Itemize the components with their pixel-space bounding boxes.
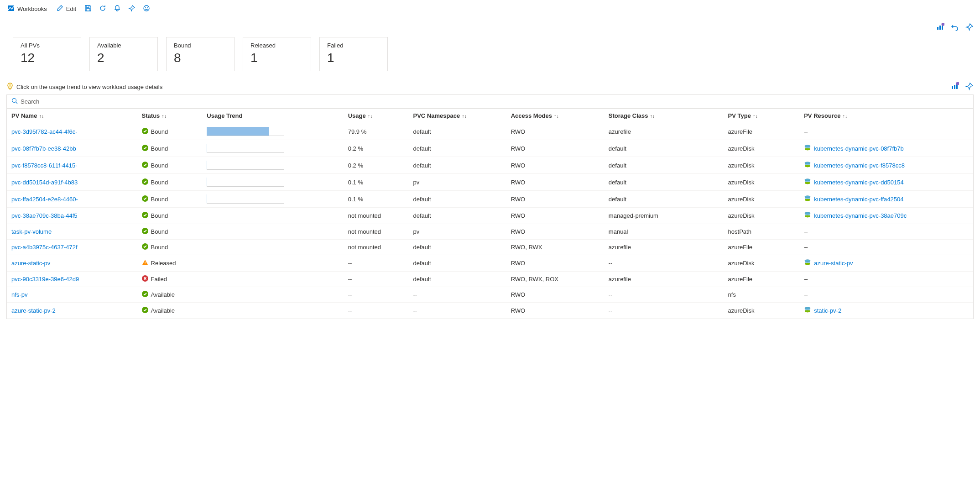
usage-value: -- [344, 287, 409, 303]
pv-resource-link[interactable]: static-pv-2 [814, 307, 841, 314]
pv-resource-link[interactable]: kubernetes-dynamic-pvc-08f7fb7b [814, 145, 904, 152]
usage-value: -- [344, 272, 409, 287]
pv-resource-link[interactable]: azure-static-pv [814, 260, 853, 267]
pv-name-link[interactable]: pvc-90c3319e-39e6-42d9 [11, 276, 79, 283]
pvc-namespace: default [409, 272, 506, 287]
table-row: pvc-ffa42504-e2e8-4460-Bound0.1 %default… [7, 191, 973, 208]
usage-trend-bar[interactable] [207, 178, 284, 187]
svg-point-13 [12, 99, 16, 103]
undo-icon[interactable] [951, 23, 959, 32]
card-label: Available [97, 42, 150, 49]
col-pv-resource[interactable]: PV Resource↑↓ [799, 109, 973, 123]
col-status[interactable]: Status↑↓ [137, 109, 203, 123]
table-row: pvc-08f7fb7b-ee38-42bbBound0.2 %defaultR… [7, 140, 973, 157]
summary-card[interactable]: Released1 [243, 37, 311, 71]
pv-type: azureDisk [724, 174, 800, 191]
search-bar[interactable] [7, 95, 973, 109]
edit-button[interactable]: Edit [53, 3, 79, 15]
col-usage[interactable]: Usage↑↓ [344, 109, 409, 123]
card-value: 1 [327, 51, 380, 65]
col-access-modes[interactable]: Access Modes↑↓ [506, 109, 604, 123]
card-value: 8 [174, 51, 227, 65]
alert-button[interactable] [112, 3, 123, 15]
usage-trend-bar[interactable] [207, 127, 284, 136]
pv-name-link[interactable]: pvc-3d95f782-ac44-4f6c- [11, 128, 78, 135]
pv-name-link[interactable]: task-pv-volume [11, 228, 52, 235]
col-usage-trend[interactable]: Usage Trend [202, 109, 343, 123]
pv-name-link[interactable]: azure-static-pv-2 [11, 307, 56, 314]
usage-trend-bar[interactable] [207, 161, 284, 170]
pv-resource-link[interactable]: kubernetes-dynamic-pvc-38ae709c [814, 212, 907, 219]
status-text: Bound [151, 179, 168, 186]
col-pv-type[interactable]: PV Type↑↓ [724, 109, 800, 123]
col-storage-class[interactable]: Storage Class↑↓ [604, 109, 724, 123]
pv-name-link[interactable]: pvc-ffa42504-e2e8-4460- [11, 196, 78, 203]
chart-badge-icon[interactable] [936, 23, 944, 32]
summary-card[interactable]: Available2 [89, 37, 158, 71]
pv-name-link[interactable]: azure-static-pv [11, 260, 50, 267]
feedback-button[interactable] [141, 3, 152, 15]
pv-resource-link[interactable]: kubernetes-dynamic-pvc-dd50154 [814, 179, 904, 186]
storage-class: azurefile [604, 272, 724, 287]
table-row: pvc-38ae709c-38ba-44f5Boundnot mountedde… [7, 208, 973, 224]
edit-label: Edit [66, 5, 76, 12]
status-text: Failed [151, 276, 167, 283]
table-row: task-pv-volumeBoundnot mountedpvRWOmanua… [7, 224, 973, 240]
access-modes: RWO [506, 303, 604, 319]
usage-trend-bar[interactable] [207, 144, 284, 153]
pv-name-link[interactable]: pvc-dd50154d-a91f-4b83 [11, 179, 78, 186]
pin-button[interactable] [126, 3, 137, 15]
table-row: pvc-90c3319e-39e6-42d9Failed--defaultRWO… [7, 272, 973, 287]
pv-resource-empty: -- [804, 244, 808, 251]
pvc-namespace: default [409, 140, 506, 157]
storage-class: -- [604, 287, 724, 303]
status-text: Bound [151, 228, 168, 235]
pin-icon-2[interactable] [965, 23, 974, 32]
svg-rect-5 [939, 26, 941, 30]
pvc-namespace: -- [409, 287, 506, 303]
pv-type: azureFile [724, 123, 800, 140]
pv-resource-link[interactable]: kubernetes-dynamic-pvc-ffa42504 [814, 196, 903, 203]
status-text: Released [151, 260, 176, 267]
refresh-button[interactable] [97, 3, 108, 15]
workbooks-label: Workbooks [17, 5, 47, 12]
pv-type: nfs [724, 287, 800, 303]
col-pv-name[interactable]: PV Name↑↓ [7, 109, 137, 123]
pv-resource-empty: -- [804, 291, 808, 298]
usage-value: 0.1 % [344, 191, 409, 208]
pv-name-link[interactable]: pvc-08f7fb7b-ee38-42bb [11, 145, 76, 152]
card-label: Bound [174, 42, 227, 49]
pv-resource-link[interactable]: kubernetes-dynamic-pvc-f8578cc8 [814, 162, 905, 169]
table-header-row: PV Name↑↓ Status↑↓ Usage Trend Usage↑↓ P… [7, 109, 973, 123]
pv-name-link[interactable]: pvc-f8578cc8-611f-4415- [11, 162, 78, 169]
status-text: Available [151, 307, 175, 314]
storage-class: default [604, 157, 724, 174]
save-button[interactable] [83, 3, 94, 15]
pv-type: azureFile [724, 240, 800, 255]
svg-rect-10 [954, 85, 955, 89]
summary-card[interactable]: All PVs12 [13, 37, 81, 71]
svg-point-1 [144, 5, 149, 11]
status-ok-icon [142, 291, 148, 299]
pv-name-link[interactable]: nfs-pv [11, 291, 27, 298]
table-row: pvc-a4b3975c-4637-472fBoundnot mountedde… [7, 240, 973, 255]
summary-card[interactable]: Failed1 [319, 37, 388, 71]
access-modes: RWO [506, 140, 604, 157]
pv-name-link[interactable]: pvc-38ae709c-38ba-44f5 [11, 212, 78, 219]
summary-card[interactable]: Bound8 [166, 37, 235, 71]
pvc-namespace: default [409, 191, 506, 208]
pv-type: hostPath [724, 224, 800, 240]
access-modes: RWO [506, 287, 604, 303]
usage-trend-bar[interactable] [207, 194, 284, 204]
workbooks-button[interactable]: Workbooks [5, 3, 50, 15]
usage-value: 0.1 % [344, 174, 409, 191]
access-modes: RWO [506, 191, 604, 208]
search-input[interactable] [21, 98, 969, 105]
table-row: pvc-dd50154d-a91f-4b83Bound0.1 %pvRWOdef… [7, 174, 973, 191]
chart-badge-icon-2[interactable] [951, 82, 959, 92]
pv-name-link[interactable]: pvc-a4b3975c-4637-472f [11, 244, 78, 251]
col-pvc-namespace[interactable]: PVC Namespace↑↓ [409, 109, 506, 123]
pin-icon-3[interactable] [965, 82, 974, 92]
card-value: 1 [250, 51, 303, 65]
card-label: Released [250, 42, 303, 49]
